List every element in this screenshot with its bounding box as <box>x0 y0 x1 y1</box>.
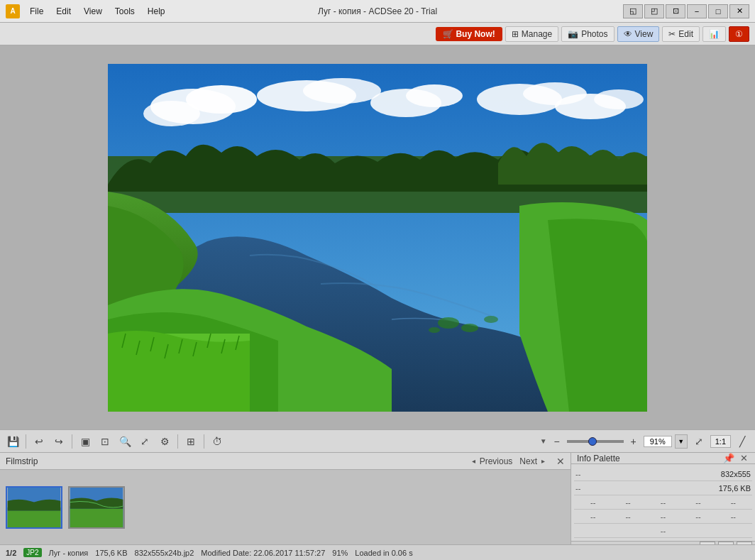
manage-button[interactable]: ⊞ Manage <box>505 26 558 42</box>
color-picker-button[interactable]: ╱ <box>734 433 751 450</box>
view-button[interactable]: 👁 View <box>617 26 660 42</box>
svg-rect-29 <box>8 510 61 527</box>
menu-help[interactable]: Help <box>142 5 171 18</box>
undo-button[interactable]: ↩ <box>31 433 48 450</box>
alert-icon: ① <box>735 29 743 39</box>
fullscreen-icon: ⤢ <box>695 436 703 447</box>
window-restore2[interactable]: ◰ <box>644 4 664 18</box>
pin-button[interactable]: 📌 <box>722 453 736 463</box>
thumbnail-image-2 <box>68 486 125 529</box>
save-button[interactable]: 💾 <box>4 433 21 450</box>
redo-button[interactable]: ↪ <box>50 433 67 450</box>
zoom-out-button[interactable]: − <box>550 433 564 450</box>
svg-point-7 <box>406 84 463 107</box>
info-cell-2-1: -- <box>575 512 610 521</box>
eye-icon: 👁 <box>624 29 632 39</box>
title-bar: A File Edit View Tools Help Луг - копия … <box>0 0 755 23</box>
app-icon: A <box>6 4 20 18</box>
edit-icon: ✂ <box>668 29 676 39</box>
info-content: -- 832x555 -- 175,6 KB -- -- -- -- -- --… <box>571 464 755 541</box>
zoom-percent-display: 91% <box>644 436 672 447</box>
info-row-filesize: -- 175,6 KB <box>574 481 752 495</box>
svg-point-13 <box>438 317 459 329</box>
view-mode-icon: ▣ <box>81 436 90 447</box>
info-row-dimensions: -- 832x555 <box>574 467 752 481</box>
thumbnail-2[interactable] <box>68 486 125 529</box>
prev-arrow-icon: ◂ <box>472 457 475 465</box>
settings-button[interactable]: ⚙ <box>156 433 173 450</box>
menu-view[interactable]: View <box>78 5 108 18</box>
filmstrip-close-button[interactable]: ✕ <box>556 456 565 467</box>
info-label-1: -- <box>575 470 597 478</box>
filmstrip-title: Filmstrip <box>6 456 38 466</box>
timer-button[interactable]: ⏱ <box>209 433 226 450</box>
info-cell-2-4: -- <box>680 512 715 521</box>
svg-point-15 <box>484 316 498 323</box>
menu-tools[interactable]: Tools <box>109 5 140 18</box>
window-restore1[interactable]: ◱ <box>623 4 643 18</box>
redo-icon: ↪ <box>55 436 63 447</box>
svg-point-5 <box>303 78 381 104</box>
menu-file[interactable]: File <box>24 5 49 18</box>
timer-icon: ⏱ <box>212 436 222 447</box>
edit-button[interactable]: ✂ Edit <box>662 26 700 42</box>
minus-icon: − <box>554 436 560 447</box>
filename-label: Луг - копия <box>49 549 89 557</box>
fit-screen-button[interactable]: ⤢ <box>136 433 153 450</box>
view-mode-button[interactable]: ▣ <box>77 433 94 450</box>
plus-icon: + <box>631 436 636 447</box>
window-controls: ◱ ◰ ⊡ − □ ✕ <box>623 4 749 18</box>
separator-2 <box>72 434 72 449</box>
filmstrip-panel: Filmstrip ◂ Previous Next ▸ ✕ <box>0 453 571 544</box>
load-time-label: Loaded in 0.06 s <box>355 549 412 557</box>
ratio-button[interactable]: 1:1 <box>710 435 731 448</box>
crop-button[interactable]: ⊡ <box>97 433 114 450</box>
info-close-button[interactable]: ✕ <box>739 453 749 463</box>
filmstrip-content <box>0 470 571 544</box>
window-restore3[interactable]: ⊡ <box>666 4 685 18</box>
bottom-panels: Filmstrip ◂ Previous Next ▸ ✕ <box>0 452 755 544</box>
info-label-2: -- <box>575 484 597 493</box>
picker-icon: ╱ <box>739 436 745 447</box>
thumbnail-image-1 <box>6 486 62 529</box>
bottom-toolbar: 💾 ↩ ↪ ▣ ⊡ 🔍 ⤢ ⚙ ⊞ ⏱ <box>0 429 755 452</box>
window-minimize[interactable]: − <box>687 4 707 18</box>
zoom-fit-button[interactable]: ⤢ <box>690 433 707 450</box>
zoom-in-button[interactable]: + <box>627 433 641 450</box>
undo-icon: ↩ <box>35 436 43 447</box>
info-cell-bottom: -- <box>661 527 666 535</box>
info-cell-1-4: -- <box>680 498 715 507</box>
separator-3 <box>177 434 178 449</box>
separator-4 <box>204 434 204 449</box>
chart-button[interactable]: 📊 <box>702 26 726 42</box>
menu-edit[interactable]: Edit <box>50 5 77 18</box>
alert-button[interactable]: ① <box>729 26 749 42</box>
photos-button[interactable]: 📷 Photos <box>561 26 614 42</box>
info-value-filesize: 175,6 KB <box>719 484 751 493</box>
window-close[interactable]: ✕ <box>729 4 749 18</box>
zoom-button[interactable]: 🔍 <box>116 433 133 450</box>
crop-icon: ⊡ <box>101 436 109 447</box>
info-cell-2-2: -- <box>610 512 645 521</box>
info-cell-1-1: -- <box>575 498 610 507</box>
zoom-controls: ▼ − + 91% ▼ ⤢ 1:1 ╱ <box>540 433 751 450</box>
next-button[interactable]: Next <box>517 456 540 467</box>
grid-button[interactable]: ⊞ <box>182 433 199 450</box>
info-palette-header: Info Palette 📌 ✕ <box>571 453 755 464</box>
magnify-icon: 🔍 <box>119 436 131 447</box>
menu-bar: File Edit View Tools Help <box>24 5 171 18</box>
zoom-dropdown[interactable]: ▼ <box>675 434 688 449</box>
zoom-slider[interactable] <box>567 440 624 443</box>
zoom-down-icon: ▼ <box>540 437 547 445</box>
file-type-badge: JP2 <box>23 548 41 557</box>
buy-now-button[interactable]: 🛒 Buy Now! <box>436 27 502 41</box>
thumbnail-1[interactable] <box>6 486 62 529</box>
info-palette: Info Palette 📌 ✕ -- 832x555 -- 175,6 KB … <box>571 453 755 544</box>
prev-button[interactable]: Previous <box>477 456 516 467</box>
image-viewer <box>0 45 755 429</box>
zoom-slider-container <box>567 440 624 443</box>
window-maximize[interactable]: □ <box>708 4 728 18</box>
file-index: 1/2 <box>6 549 16 557</box>
modified-label: Modified Date: 22.06.2017 11:57:27 <box>201 549 325 557</box>
zoom-label: 91% <box>332 549 348 557</box>
